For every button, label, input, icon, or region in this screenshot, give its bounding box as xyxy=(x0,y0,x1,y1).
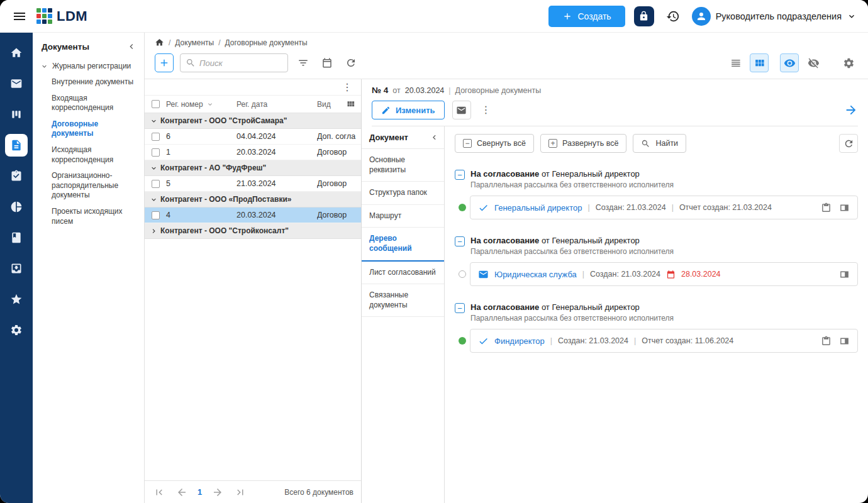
group-row[interactable]: Контрагент - ООО «ПродПоставки» xyxy=(145,192,361,207)
table-rows: Контрагент - ООО "СтройСамара" 6 04.04.2… xyxy=(145,113,361,480)
collapse-node-icon[interactable]: − xyxy=(455,236,465,246)
recipient-link[interactable]: Генеральный директор xyxy=(494,203,582,213)
column-settings-icon[interactable] xyxy=(343,97,357,111)
message-card[interactable]: Юридическая служба | Создан: 21.03.2024 … xyxy=(470,262,858,286)
report-icon[interactable] xyxy=(821,336,832,346)
list-settings-icon[interactable] xyxy=(839,53,858,72)
edit-button[interactable]: Изменить xyxy=(372,101,445,119)
refresh-tree-icon[interactable] xyxy=(839,134,858,153)
group-row[interactable]: Контрагент - АО "ФудФреш" xyxy=(145,160,361,176)
recipient-link[interactable]: Финдиректор xyxy=(494,336,545,346)
sidebar-item-incoming[interactable]: Входящая корреспонденция xyxy=(33,91,144,116)
message-subtitle: Параллельная рассылка без ответственного… xyxy=(470,180,674,189)
report-icon[interactable] xyxy=(821,202,832,213)
card-separator: | xyxy=(587,203,589,212)
tab-main-requisites[interactable]: Основные реквизиты xyxy=(362,149,444,182)
reports-icon[interactable] xyxy=(5,196,28,218)
sidebar-item-draft-letters[interactable]: Проекты исходящих писем xyxy=(33,204,144,229)
table-row-selected[interactable]: 4 20.03.2024 Договор xyxy=(145,207,361,223)
send-mail-icon[interactable] xyxy=(452,101,471,119)
breadcrumb-item-contract-docs[interactable]: Договорные документы xyxy=(225,38,308,47)
cell-reg-number: 1 xyxy=(166,148,236,157)
table-row[interactable]: 6 04.04.2024 Доп. согла xyxy=(145,129,361,145)
documents-icon[interactable] xyxy=(5,134,28,157)
open-fullscreen-icon[interactable] xyxy=(844,103,858,117)
grid-view-icon[interactable] xyxy=(750,53,769,72)
show-preview-icon[interactable] xyxy=(780,53,799,72)
prev-page-icon[interactable] xyxy=(175,485,189,499)
preview-panel-icon[interactable] xyxy=(839,269,850,280)
find-button[interactable]: Найти xyxy=(633,134,686,153)
tab-approval-sheet[interactable]: Лист согласований xyxy=(362,262,444,285)
collapse-panel-icon[interactable] xyxy=(125,40,138,53)
collapse-node-icon[interactable]: − xyxy=(455,170,465,180)
group-row-collapsed[interactable]: Контрагент - ООО "Стройконсалт" xyxy=(145,223,361,239)
tab-route[interactable]: Маршрут xyxy=(362,205,444,228)
row-checkbox[interactable] xyxy=(152,180,160,188)
list-kebab-icon[interactable]: ⋮ xyxy=(340,82,355,92)
archive-icon[interactable] xyxy=(5,257,28,280)
column-reg-number[interactable]: Рег. номер xyxy=(166,100,203,109)
history-icon[interactable] xyxy=(663,6,683,26)
list-view-icon[interactable] xyxy=(726,53,745,72)
breadcrumb-item-documents[interactable]: Документы xyxy=(175,38,214,47)
tasks-icon[interactable] xyxy=(5,165,28,187)
tab-related-documents[interactable]: Связанные документы xyxy=(362,284,444,317)
detail-kebab-icon[interactable]: ⋮ xyxy=(479,105,494,115)
last-page-icon[interactable] xyxy=(233,485,247,499)
caret-down-icon xyxy=(150,117,158,125)
caret-right-icon xyxy=(150,227,158,235)
expand-all-button[interactable]: + Развернуть всё xyxy=(540,134,626,153)
next-page-icon[interactable] xyxy=(211,485,225,499)
collapse-node-icon[interactable]: − xyxy=(455,303,465,313)
hide-preview-icon[interactable] xyxy=(804,53,823,72)
preview-panel-icon[interactable] xyxy=(839,336,850,346)
filter-icon[interactable] xyxy=(294,54,312,72)
recipient-link[interactable]: Юридическая служба xyxy=(494,270,577,279)
tab-folder-structure[interactable]: Структура папок xyxy=(362,182,444,205)
settings-icon[interactable] xyxy=(5,319,28,341)
lock-icon[interactable] xyxy=(634,6,654,26)
collapse-all-button[interactable]: − Свернуть всё xyxy=(455,134,534,153)
report-label: Отчет создан: 11.06.2024 xyxy=(642,336,733,345)
journal-icon[interactable] xyxy=(5,226,28,249)
collapse-subnav-icon[interactable] xyxy=(430,133,439,142)
calendar-filter-icon[interactable] xyxy=(318,54,336,72)
select-all-checkbox[interactable] xyxy=(152,100,160,108)
home-breadcrumb-icon[interactable] xyxy=(155,38,164,47)
sidebar-item-outgoing[interactable]: Исходящая корреспонденция xyxy=(33,142,144,168)
sort-icon[interactable] xyxy=(206,101,214,108)
ldm-logo[interactable]: LDM xyxy=(36,8,87,25)
table-row[interactable]: 1 20.03.2024 Договор xyxy=(145,145,361,160)
caret-down-icon xyxy=(150,196,158,204)
sidebar-item-internal-docs[interactable]: Внутренние документы xyxy=(33,74,144,91)
cell-reg-number: 6 xyxy=(166,132,236,141)
tab-message-tree[interactable]: Дерево сообщений xyxy=(362,228,444,261)
column-reg-date[interactable]: Рег. дата xyxy=(236,100,317,109)
user-menu[interactable]: Руководитель подразделения xyxy=(692,7,857,26)
row-checkbox[interactable] xyxy=(152,148,160,157)
menu-icon[interactable] xyxy=(11,8,28,25)
sidebar-item-contract-docs[interactable]: Договорные документы xyxy=(33,116,144,142)
group-row[interactable]: Контрагент - ООО "СтройСамара" xyxy=(145,113,361,129)
create-button[interactable]: Создать xyxy=(548,6,625,27)
first-page-icon[interactable] xyxy=(152,485,166,499)
cell-reg-date: 21.03.2024 xyxy=(236,179,317,188)
row-checkbox[interactable] xyxy=(152,211,160,219)
column-type[interactable]: Вид xyxy=(317,100,343,109)
row-checkbox[interactable] xyxy=(152,133,160,141)
refresh-list-icon[interactable] xyxy=(342,54,360,72)
add-document-button[interactable] xyxy=(155,53,174,72)
favorites-icon[interactable] xyxy=(5,288,28,311)
sidebar-item-org-docs[interactable]: Организационно-распорядительные документ… xyxy=(33,168,144,204)
mail-icon[interactable] xyxy=(5,72,28,95)
current-page[interactable]: 1 xyxy=(198,487,202,497)
home-icon[interactable] xyxy=(5,41,28,64)
board-icon[interactable] xyxy=(5,103,28,126)
tree-group-journals[interactable]: Журналы регистрации xyxy=(33,59,144,74)
message-card[interactable]: Финдиректор | Создан: 21.03.2024 | Отчет… xyxy=(470,329,858,353)
message-card[interactable]: Генеральный директор | Создан: 21.03.202… xyxy=(470,196,858,219)
search-input[interactable] xyxy=(199,58,282,68)
preview-panel-icon[interactable] xyxy=(839,202,850,213)
table-row[interactable]: 5 21.03.2024 Договор xyxy=(145,176,361,192)
